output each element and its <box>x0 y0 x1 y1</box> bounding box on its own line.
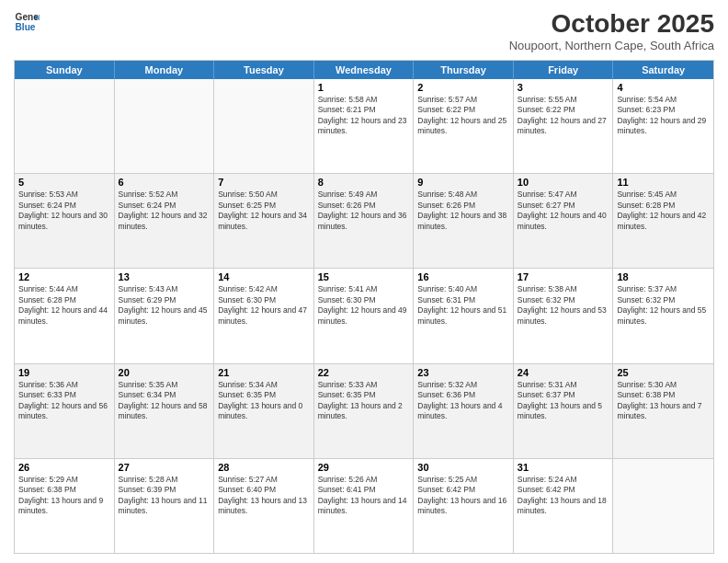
week-row-2: 5Sunrise: 5:53 AMSunset: 6:24 PMDaylight… <box>15 174 713 269</box>
day-header-monday: Monday <box>115 61 215 79</box>
week-row-3: 12Sunrise: 5:44 AMSunset: 6:28 PMDayligh… <box>15 269 713 363</box>
day-number: 14 <box>218 271 310 282</box>
cell-info: Sunrise: 5:32 AMSunset: 6:36 PMDaylight:… <box>417 380 509 422</box>
location: Noupoort, Northern Cape, South Africa <box>509 39 714 52</box>
day-number: 21 <box>218 367 310 378</box>
day-number: 20 <box>119 367 210 378</box>
cell-info: Sunrise: 5:24 AMSunset: 6:42 PMDaylight:… <box>518 475 609 517</box>
cell-info: Sunrise: 5:37 AMSunset: 6:32 PMDaylight:… <box>617 284 710 327</box>
cal-cell-3: 3Sunrise: 5:55 AMSunset: 6:22 PMDaylight… <box>514 79 614 173</box>
day-number: 24 <box>518 367 609 378</box>
cal-cell-24: 24Sunrise: 5:31 AMSunset: 6:37 PMDayligh… <box>514 364 614 458</box>
cal-cell-26: 26Sunrise: 5:29 AMSunset: 6:38 PMDayligh… <box>15 459 115 553</box>
cal-cell-11: 11Sunrise: 5:45 AMSunset: 6:28 PMDayligh… <box>613 174 713 268</box>
day-number: 23 <box>417 367 509 378</box>
cal-cell-12: 12Sunrise: 5:44 AMSunset: 6:28 PMDayligh… <box>15 269 115 362</box>
cal-cell-22: 22Sunrise: 5:33 AMSunset: 6:35 PMDayligh… <box>314 364 415 458</box>
cal-cell-8: 8Sunrise: 5:49 AMSunset: 6:26 PMDaylight… <box>314 174 415 268</box>
day-number: 9 <box>417 177 509 188</box>
day-header-friday: Friday <box>514 61 614 79</box>
day-number: 10 <box>518 177 609 188</box>
cell-info: Sunrise: 5:26 AMSunset: 6:41 PMDaylight:… <box>318 475 410 517</box>
day-header-saturday: Saturday <box>613 61 713 79</box>
title-block: October 2025 Noupoort, Northern Cape, So… <box>509 9 714 52</box>
cell-info: Sunrise: 5:47 AMSunset: 6:27 PMDaylight:… <box>518 190 609 232</box>
day-number: 28 <box>218 462 310 473</box>
cell-info: Sunrise: 5:29 AMSunset: 6:38 PMDaylight:… <box>18 475 110 517</box>
day-header-thursday: Thursday <box>414 61 514 79</box>
cal-cell-19: 19Sunrise: 5:36 AMSunset: 6:33 PMDayligh… <box>15 364 115 458</box>
cell-info: Sunrise: 5:30 AMSunset: 6:38 PMDaylight:… <box>617 380 710 422</box>
cal-cell-31: 31Sunrise: 5:24 AMSunset: 6:42 PMDayligh… <box>514 459 614 553</box>
day-header-wednesday: Wednesday <box>314 61 415 79</box>
day-number: 4 <box>617 82 710 93</box>
cell-info: Sunrise: 5:40 AMSunset: 6:31 PMDaylight:… <box>417 284 509 327</box>
cell-info: Sunrise: 5:41 AMSunset: 6:30 PMDaylight:… <box>318 284 410 327</box>
cal-cell-16: 16Sunrise: 5:40 AMSunset: 6:31 PMDayligh… <box>414 269 514 362</box>
day-number: 16 <box>417 271 509 282</box>
calendar-body: 1Sunrise: 5:58 AMSunset: 6:21 PMDaylight… <box>15 79 713 553</box>
day-number: 29 <box>318 462 410 473</box>
page: General Blue October 2025 Noupoort, Nort… <box>0 0 728 563</box>
cal-cell-6: 6Sunrise: 5:52 AMSunset: 6:24 PMDaylight… <box>115 174 215 268</box>
cell-info: Sunrise: 5:57 AMSunset: 6:22 PMDaylight:… <box>417 95 509 137</box>
cell-info: Sunrise: 5:36 AMSunset: 6:33 PMDaylight:… <box>18 380 110 422</box>
cell-info: Sunrise: 5:28 AMSunset: 6:39 PMDaylight:… <box>119 475 210 517</box>
cal-cell-29: 29Sunrise: 5:26 AMSunset: 6:41 PMDayligh… <box>314 459 415 553</box>
week-row-4: 19Sunrise: 5:36 AMSunset: 6:33 PMDayligh… <box>15 364 713 459</box>
day-number: 2 <box>417 82 509 93</box>
cell-info: Sunrise: 5:44 AMSunset: 6:28 PMDaylight:… <box>18 284 110 327</box>
cell-info: Sunrise: 5:55 AMSunset: 6:22 PMDaylight:… <box>518 95 609 137</box>
cell-info: Sunrise: 5:52 AMSunset: 6:24 PMDaylight:… <box>119 190 210 232</box>
cal-cell-21: 21Sunrise: 5:34 AMSunset: 6:35 PMDayligh… <box>214 364 314 458</box>
cal-cell-17: 17Sunrise: 5:38 AMSunset: 6:32 PMDayligh… <box>514 269 614 362</box>
svg-text:Blue: Blue <box>16 22 36 32</box>
day-number: 15 <box>318 271 410 282</box>
cal-cell-empty <box>214 79 314 173</box>
cal-cell-23: 23Sunrise: 5:32 AMSunset: 6:36 PMDayligh… <box>414 364 514 458</box>
cal-cell-18: 18Sunrise: 5:37 AMSunset: 6:32 PMDayligh… <box>613 269 713 362</box>
day-number: 3 <box>518 82 609 93</box>
cell-info: Sunrise: 5:48 AMSunset: 6:26 PMDaylight:… <box>417 190 509 232</box>
cell-info: Sunrise: 5:34 AMSunset: 6:35 PMDaylight:… <box>218 380 310 422</box>
month-title: October 2025 <box>509 9 714 39</box>
cal-cell-4: 4Sunrise: 5:54 AMSunset: 6:23 PMDaylight… <box>613 79 713 173</box>
logo-icon: General Blue <box>14 9 40 35</box>
cal-cell-15: 15Sunrise: 5:41 AMSunset: 6:30 PMDayligh… <box>314 269 415 362</box>
day-number: 22 <box>318 367 410 378</box>
day-number: 27 <box>119 462 210 473</box>
week-row-1: 1Sunrise: 5:58 AMSunset: 6:21 PMDaylight… <box>15 79 713 174</box>
day-number: 17 <box>518 271 609 282</box>
day-header-tuesday: Tuesday <box>214 61 314 79</box>
cell-info: Sunrise: 5:38 AMSunset: 6:32 PMDaylight:… <box>518 284 609 327</box>
cell-info: Sunrise: 5:35 AMSunset: 6:34 PMDaylight:… <box>119 380 210 422</box>
cal-cell-20: 20Sunrise: 5:35 AMSunset: 6:34 PMDayligh… <box>115 364 215 458</box>
calendar-header: SundayMondayTuesdayWednesdayThursdayFrid… <box>15 61 713 79</box>
day-number: 12 <box>18 271 110 282</box>
day-number: 8 <box>318 177 410 188</box>
cell-info: Sunrise: 5:53 AMSunset: 6:24 PMDaylight:… <box>18 190 110 232</box>
week-row-5: 26Sunrise: 5:29 AMSunset: 6:38 PMDayligh… <box>15 459 713 553</box>
cell-info: Sunrise: 5:45 AMSunset: 6:28 PMDaylight:… <box>617 190 710 232</box>
day-header-sunday: Sunday <box>15 61 115 79</box>
cal-cell-30: 30Sunrise: 5:25 AMSunset: 6:42 PMDayligh… <box>414 459 514 553</box>
cell-info: Sunrise: 5:49 AMSunset: 6:26 PMDaylight:… <box>318 190 410 232</box>
day-number: 6 <box>119 177 210 188</box>
cal-cell-2: 2Sunrise: 5:57 AMSunset: 6:22 PMDaylight… <box>414 79 514 173</box>
day-number: 25 <box>617 367 710 378</box>
cal-cell-5: 5Sunrise: 5:53 AMSunset: 6:24 PMDaylight… <box>15 174 115 268</box>
logo: General Blue <box>14 9 40 35</box>
day-number: 7 <box>218 177 310 188</box>
cal-cell-7: 7Sunrise: 5:50 AMSunset: 6:25 PMDaylight… <box>214 174 314 268</box>
cal-cell-empty <box>115 79 215 173</box>
day-number: 1 <box>318 82 410 93</box>
cell-info: Sunrise: 5:33 AMSunset: 6:35 PMDaylight:… <box>318 380 410 422</box>
cal-cell-10: 10Sunrise: 5:47 AMSunset: 6:27 PMDayligh… <box>514 174 614 268</box>
day-number: 18 <box>617 271 710 282</box>
day-number: 31 <box>518 462 609 473</box>
cell-info: Sunrise: 5:27 AMSunset: 6:40 PMDaylight:… <box>218 475 310 517</box>
cell-info: Sunrise: 5:25 AMSunset: 6:42 PMDaylight:… <box>417 475 509 517</box>
cell-info: Sunrise: 5:42 AMSunset: 6:30 PMDaylight:… <box>218 284 310 327</box>
cell-info: Sunrise: 5:54 AMSunset: 6:23 PMDaylight:… <box>617 95 710 137</box>
cell-info: Sunrise: 5:43 AMSunset: 6:29 PMDaylight:… <box>119 284 210 327</box>
